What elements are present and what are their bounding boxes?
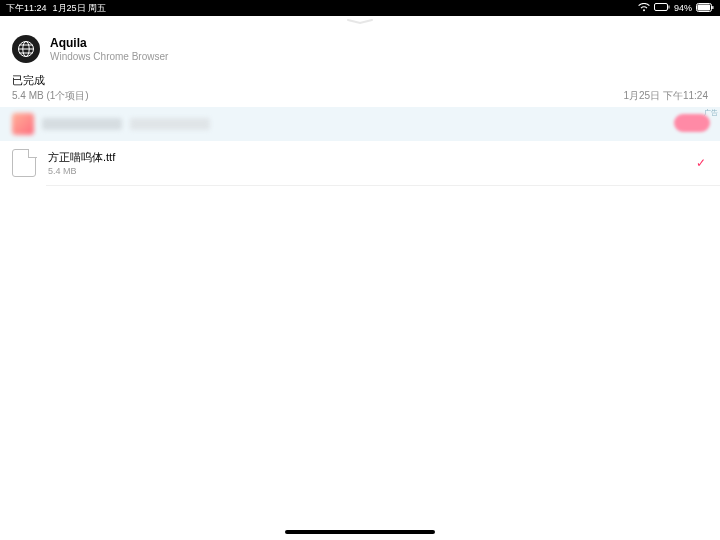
globe-icon	[12, 35, 40, 63]
section-timestamp: 1月25日 下午11:24	[624, 89, 709, 103]
status-left: 下午11:24 1月25日 周五	[6, 2, 106, 15]
ad-text-blur	[130, 118, 210, 130]
ad-text-blur	[42, 118, 122, 130]
section-left: 已完成 5.4 MB (1个项目)	[12, 73, 89, 103]
svg-rect-1	[668, 6, 669, 9]
file-info: 方正喵呜体.ttf 5.4 MB	[48, 150, 115, 176]
section-title: 已完成	[12, 73, 89, 88]
section-sub: 5.4 MB (1个项目)	[12, 89, 89, 103]
checkmark-icon: ✓	[696, 156, 706, 170]
file-row[interactable]: 方正喵呜体.ttf 5.4 MB ✓	[0, 141, 720, 185]
battery-outline-icon	[654, 3, 670, 13]
wifi-icon	[638, 3, 650, 14]
status-time: 下午11:24	[6, 2, 47, 15]
battery-icon	[696, 3, 714, 14]
svg-rect-0	[654, 4, 667, 11]
app-name: Aquila	[50, 36, 168, 50]
status-battery-pct: 94%	[674, 3, 692, 13]
app-subtitle: Windows Chrome Browser	[50, 51, 168, 62]
status-bar: 下午11:24 1月25日 周五 94%	[0, 0, 720, 16]
status-right: 94%	[638, 3, 714, 14]
app-title-group: Aquila Windows Chrome Browser	[50, 36, 168, 62]
app-header: Aquila Windows Chrome Browser	[0, 25, 720, 69]
file-name: 方正喵呜体.ttf	[48, 150, 115, 165]
file-size: 5.4 MB	[48, 166, 115, 176]
status-date: 1月25日 周五	[53, 2, 107, 15]
ad-app-icon	[12, 113, 34, 135]
svg-rect-4	[712, 6, 713, 9]
section-header: 已完成 5.4 MB (1个项目) 1月25日 下午11:24	[0, 69, 720, 107]
ad-action-button[interactable]	[674, 114, 710, 132]
svg-rect-3	[698, 4, 711, 10]
row-separator	[46, 185, 720, 186]
file-icon	[12, 149, 36, 177]
ad-banner[interactable]: 广告	[0, 107, 720, 141]
home-indicator[interactable]	[285, 530, 435, 534]
